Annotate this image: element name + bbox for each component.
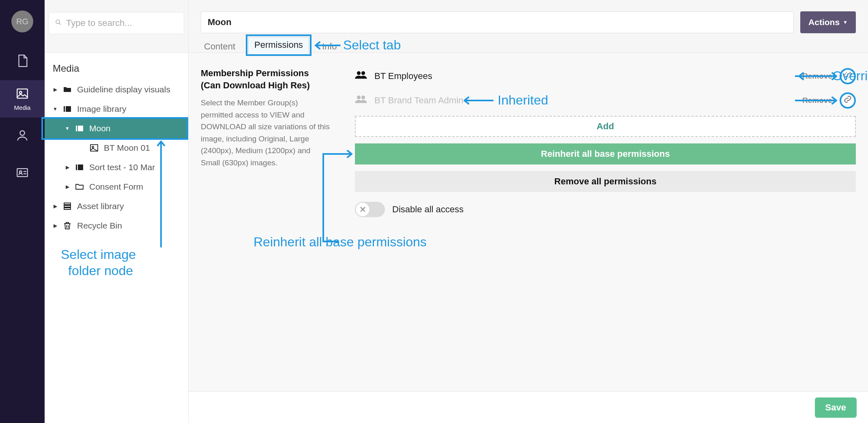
toggle-knob: ✕ — [356, 203, 370, 216]
svg-point-17 — [361, 96, 365, 99]
caret-right-icon: ▶ — [65, 184, 70, 190]
caret-down-icon: ▼ — [65, 126, 70, 131]
tree-node-consent-form[interactable]: ▶ Consent Form — [45, 177, 188, 197]
tree-node-label: BT Moon 01 — [104, 143, 150, 153]
svg-rect-12 — [76, 164, 77, 170]
tab-content[interactable]: Content — [202, 40, 237, 53]
tree-panel: Media ▶ Guideline display visuals ▼ Imag… — [45, 0, 189, 423]
add-permission-button[interactable]: Add — [355, 116, 856, 137]
disable-access-toggle[interactable]: ✕ — [355, 202, 385, 217]
tree-node-asset-library[interactable]: ▶ Asset library — [45, 197, 188, 216]
search-box[interactable] — [49, 12, 184, 34]
svg-point-15 — [361, 71, 365, 75]
users-icon — [355, 95, 367, 106]
nav-item-media-label: Media — [14, 104, 31, 111]
svg-rect-7 — [66, 106, 71, 112]
permissions-controls: BT Employees Remove BT Brand Team Admin … — [355, 67, 856, 217]
library-icon — [62, 201, 72, 211]
page-title-input[interactable] — [201, 11, 794, 33]
actions-button[interactable]: Actions ▼ — [800, 11, 856, 33]
folder-outline-icon — [75, 182, 84, 192]
content-body: Membership Permissions (Can Download Hig… — [189, 53, 868, 423]
image-icon — [89, 143, 99, 153]
svg-rect-6 — [64, 106, 65, 112]
permissions-desc-text: Select the Member Group(s) permitted acc… — [201, 97, 331, 169]
inherited-status-circle — [840, 92, 856, 109]
caret-right-icon: ▶ — [53, 223, 58, 229]
search-wrap — [45, 0, 188, 53]
tree-node-label: Moon — [89, 124, 111, 133]
tabs: Content Permissions Info — [201, 37, 856, 53]
nav-item-media[interactable]: Media — [0, 80, 45, 118]
svg-point-14 — [357, 71, 361, 75]
svg-point-11 — [92, 146, 94, 148]
page-icon — [15, 54, 29, 70]
tree-node-guideline-display-visuals[interactable]: ▶ Guideline display visuals — [45, 80, 188, 99]
main-area: Actions ▼ Content Permissions Info Membe… — [189, 0, 868, 423]
nav-item-contacts[interactable] — [0, 155, 45, 192]
tree-node-label: Image library — [77, 104, 126, 114]
disable-access-label: Disable all access — [392, 204, 464, 215]
nav-item-content[interactable] — [0, 43, 45, 80]
media-tree: Media ▶ Guideline display visuals ▼ Imag… — [45, 53, 188, 235]
folder-solid-icon — [62, 85, 72, 94]
album-icon — [75, 162, 84, 172]
tree-node-image-library[interactable]: ▼ Image library — [45, 99, 188, 119]
tree-node-label: Recycle Bin — [77, 221, 122, 231]
svg-point-2 — [20, 130, 24, 135]
header-block: Actions ▼ Content Permissions Info — [189, 0, 868, 53]
tree-node-label: Guideline display visuals — [77, 85, 170, 94]
svg-point-16 — [357, 96, 361, 99]
tree-node-bt-moon-01[interactable]: BT Moon 01 — [45, 138, 188, 158]
disable-access-row: ✕ Disable all access — [355, 202, 856, 217]
tree-node-label: Sort test - 10 Mar — [89, 162, 155, 172]
album-icon — [75, 124, 84, 133]
app-root: RG Media — [0, 0, 868, 423]
remove-link[interactable]: Remove — [802, 96, 832, 105]
trash-icon — [62, 221, 72, 231]
reinherit-button[interactable]: Reinherit all base permissions — [355, 143, 856, 164]
remove-link[interactable]: Remove — [802, 72, 832, 81]
tree-node-sort-test[interactable]: ▶ Sort test - 10 Mar — [45, 158, 188, 177]
svg-point-5 — [56, 20, 60, 24]
tab-info[interactable]: Info — [320, 40, 339, 53]
id-card-icon — [15, 166, 29, 182]
save-button[interactable]: Save — [815, 397, 857, 418]
tree-node-label: Consent Form — [89, 182, 143, 192]
override-status-circle — [840, 68, 856, 84]
x-icon: ✕ — [359, 205, 366, 214]
permission-group-row: BT Brand Team Admin Remove — [355, 92, 856, 109]
chevron-down-icon: ▼ — [843, 19, 848, 25]
svg-point-1 — [19, 91, 22, 94]
user-icon — [15, 128, 29, 144]
search-icon — [55, 19, 62, 28]
svg-point-4 — [19, 171, 22, 173]
footer-bar: Save — [189, 391, 868, 423]
remove-all-button[interactable]: Remove all permissions — [355, 171, 856, 192]
permission-group-name: BT Brand Team Admin — [374, 95, 795, 106]
album-icon — [62, 104, 72, 114]
svg-rect-8 — [76, 126, 77, 131]
caret-right-icon: ▶ — [65, 164, 70, 170]
permissions-description: Membership Permissions (Can Download Hig… — [201, 67, 331, 169]
tree-node-label: Asset library — [77, 201, 124, 211]
permission-group-row: BT Employees Remove — [355, 67, 856, 85]
permissions-heading: Membership Permissions (Can Download Hig… — [201, 67, 331, 91]
image-icon — [15, 87, 29, 103]
avatar[interactable]: RG — [11, 11, 33, 32]
link-icon — [844, 95, 852, 106]
tree-node-moon[interactable]: ▼ Moon — [45, 119, 188, 138]
caret-right-icon: ▶ — [53, 87, 58, 92]
unlink-icon — [844, 71, 852, 81]
svg-rect-3 — [17, 169, 28, 177]
actions-button-label: Actions — [808, 17, 840, 27]
search-input[interactable] — [66, 18, 178, 28]
tree-node-recycle-bin[interactable]: ▶ Recycle Bin — [45, 216, 188, 235]
svg-rect-9 — [78, 126, 83, 131]
tab-permissions[interactable]: Permissions — [248, 37, 309, 53]
nav-item-members[interactable] — [0, 118, 45, 155]
left-nav-rail: RG Media — [0, 0, 45, 423]
svg-rect-13 — [78, 164, 83, 170]
caret-right-icon: ▶ — [53, 203, 58, 209]
permission-group-name: BT Employees — [374, 71, 795, 81]
